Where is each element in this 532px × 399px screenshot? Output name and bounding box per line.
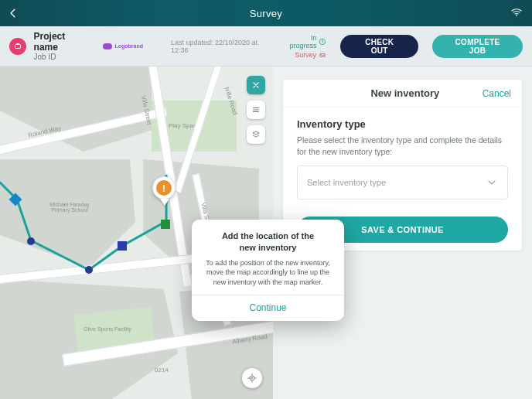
warning-icon: ! [156, 180, 172, 196]
chevron-down-icon [486, 176, 498, 189]
map-controls [247, 76, 265, 144]
job-id: Job ID [34, 53, 91, 61]
map-node-handle[interactable] [85, 266, 93, 274]
project-meta: Project name Job ID [34, 31, 91, 61]
list-icon [251, 105, 261, 114]
map-node-square-green[interactable] [161, 220, 170, 229]
status-block: In progress Survey [282, 34, 326, 59]
layers-icon [251, 130, 261, 139]
checkout-button[interactable]: CHECK OUT [340, 35, 418, 58]
status-in-progress: In progress [282, 34, 316, 49]
clock-icon [319, 38, 326, 46]
cancel-button[interactable]: Cancel [483, 88, 511, 99]
brand-mark-icon [103, 43, 112, 49]
brand-label: Logobrand [114, 43, 143, 49]
page-title: Survey [250, 8, 282, 19]
locate-icon [247, 373, 257, 384]
modal-continue-button[interactable]: Continue [192, 295, 344, 321]
project-icon [9, 38, 26, 55]
map-locate-button[interactable] [242, 368, 262, 388]
svg-point-5 [251, 377, 253, 379]
card-title: New inventory [328, 87, 483, 99]
last-updated: Last updated: 22/10/2020 at 12:36 [171, 39, 275, 54]
status-survey: Survey [295, 51, 316, 59]
brand-logo: Logobrand [103, 41, 143, 52]
location-modal: Add the location of the new inventory To… [192, 220, 344, 321]
chevron-left-icon [8, 8, 19, 19]
map-marker-pin[interactable]: ! [152, 176, 177, 207]
inbox-icon [319, 51, 326, 59]
map-node-square-blue[interactable] [118, 241, 127, 251]
section-description: Please select the inventory type and com… [297, 135, 508, 158]
modal-title: Add the location of the new inventory [203, 230, 333, 254]
svg-rect-1 [15, 44, 20, 48]
inventory-type-select[interactable]: Select inventory type [297, 165, 508, 200]
select-placeholder: Select inventory type [307, 178, 386, 187]
body: Play Space Roland Way Iville Road Villa … [0, 66, 532, 399]
back-button[interactable] [5, 5, 22, 22]
map-list-button[interactable] [247, 101, 265, 119]
top-nav: Survey [0, 0, 532, 26]
svg-point-0 [516, 15, 517, 16]
section-title: Inventory type [297, 118, 508, 130]
wifi-icon [510, 6, 524, 20]
modal-body: To add the position of the new inventory… [203, 258, 333, 288]
project-name: Project name [34, 31, 91, 53]
map-node-handle[interactable] [27, 237, 35, 245]
project-header: Project name Job ID Logobrand Last updat… [0, 26, 532, 66]
map-layers-button[interactable] [247, 125, 265, 144]
card-header: New inventory Cancel [283, 80, 522, 107]
complete-job-button[interactable]: COMPLETE JOB [432, 35, 523, 58]
close-icon [251, 80, 261, 90]
map-close-button[interactable] [247, 76, 265, 94]
